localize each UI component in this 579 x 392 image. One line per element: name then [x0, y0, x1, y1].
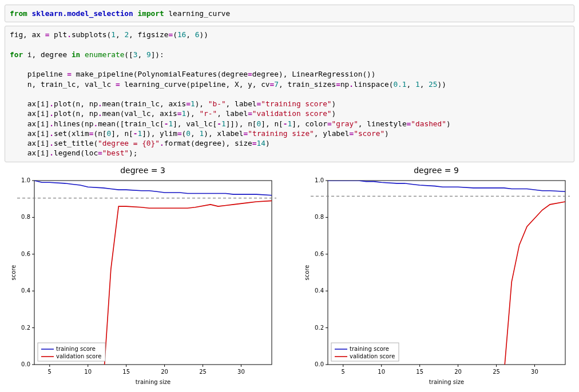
svg-text:0.8: 0.8	[21, 214, 30, 220]
svg-text:score: score	[304, 265, 310, 280]
svg-text:10: 10	[84, 369, 92, 375]
svg-text:0.8: 0.8	[315, 214, 324, 220]
svg-text:20: 20	[161, 369, 168, 375]
svg-text:0.0: 0.0	[315, 361, 324, 367]
svg-text:validation score: validation score	[56, 353, 101, 359]
svg-text:10: 10	[378, 369, 385, 375]
svg-text:1.0: 1.0	[315, 177, 324, 183]
svg-text:20: 20	[454, 369, 462, 375]
svg-text:training size: training size	[135, 379, 170, 385]
svg-text:training score: training score	[350, 346, 389, 352]
svg-text:15: 15	[416, 369, 423, 375]
plot-left: degree = 3 0.00.20.40.60.81.051015202530…	[5, 166, 281, 387]
svg-text:1.0: 1.0	[21, 177, 30, 183]
svg-text:0.2: 0.2	[315, 324, 324, 330]
plot-output: degree = 3 0.00.20.40.60.81.051015202530…	[5, 166, 574, 387]
svg-text:0.0: 0.0	[21, 361, 30, 367]
svg-text:0.2: 0.2	[21, 324, 30, 330]
chart-degree-3: 0.00.20.40.60.81.051015202530training si…	[9, 176, 277, 387]
svg-text:5: 5	[47, 369, 51, 375]
svg-text:25: 25	[199, 369, 207, 375]
svg-text:30: 30	[531, 369, 538, 375]
code-cell-2: fig, ax = plt.subplots(1, 2, figsize=(16…	[5, 26, 574, 162]
svg-text:training score: training score	[56, 346, 96, 352]
svg-text:0.6: 0.6	[21, 251, 30, 257]
svg-text:0.4: 0.4	[21, 287, 30, 294]
plot-title-left: degree = 3	[120, 166, 165, 175]
svg-text:training size: training size	[429, 379, 463, 385]
svg-text:5: 5	[341, 369, 344, 375]
svg-text:0.4: 0.4	[315, 287, 324, 294]
svg-text:30: 30	[237, 369, 245, 375]
svg-text:0.6: 0.6	[315, 251, 324, 257]
plot-title-right: degree = 9	[414, 166, 459, 175]
svg-text:score: score	[10, 265, 17, 280]
code-cell-1: from sklearn.model_selection import lear…	[5, 5, 574, 22]
svg-text:15: 15	[122, 369, 130, 375]
plot-right: degree = 9 0.00.20.40.60.81.051015202530…	[298, 166, 574, 387]
svg-text:25: 25	[493, 369, 500, 375]
svg-text:validation score: validation score	[350, 353, 395, 359]
svg-rect-35	[328, 181, 565, 365]
chart-degree-9: 0.00.20.40.60.81.051015202530training si…	[302, 176, 571, 387]
